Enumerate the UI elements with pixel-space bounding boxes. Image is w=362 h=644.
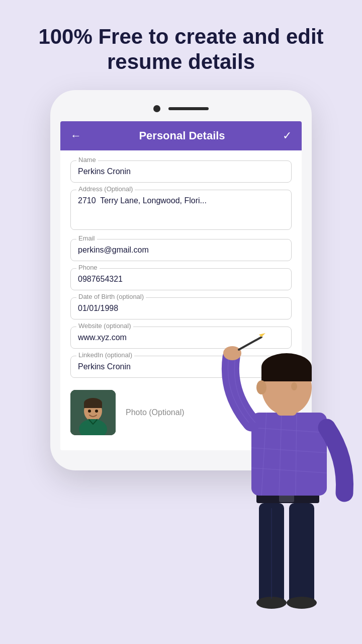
website-input[interactable] — [70, 327, 292, 349]
linkedin-field-container: LinkedIn (optional) — [70, 356, 292, 378]
website-field-container: Website (optional) — [70, 327, 292, 349]
phone-speaker — [168, 107, 209, 110]
linkedin-label: LinkedIn (optional) — [76, 351, 134, 359]
photo-thumbnail[interactable] — [70, 390, 116, 435]
app-header-bar: ← Personal Details ✓ — [60, 121, 302, 150]
address-label: Address (Optional) — [76, 185, 135, 193]
photo-svg — [70, 390, 116, 435]
email-label: Email — [76, 234, 97, 242]
email-input[interactable] — [70, 239, 292, 261]
address-input[interactable]: 2710 Terry Lane, Longwood, Flori... — [70, 190, 292, 230]
svg-point-11 — [256, 597, 287, 609]
phone-top-bar — [60, 105, 302, 112]
check-button[interactable]: ✓ — [283, 129, 292, 142]
email-field-container: Email — [70, 239, 292, 261]
svg-point-7 — [88, 410, 91, 413]
name-label: Name — [76, 156, 98, 164]
form-area: Name Address (Optional) 2710 Terry Lane,… — [60, 150, 302, 450]
phone-field-container: Phone — [70, 268, 292, 290]
phone-mockup: ← Personal Details ✓ Name Address (Optio… — [50, 90, 312, 470]
svg-point-12 — [287, 597, 317, 609]
phone-input[interactable] — [70, 268, 292, 290]
name-field: Name — [70, 160, 292, 183]
svg-rect-10 — [289, 503, 314, 604]
name-input[interactable] — [70, 160, 292, 183]
svg-rect-6 — [84, 403, 102, 408]
linkedin-input[interactable] — [70, 356, 292, 378]
phone-label: Phone — [76, 264, 100, 271]
svg-point-8 — [95, 410, 98, 413]
phone-camera — [153, 105, 160, 112]
dob-field-container: Date of Birth (optional) — [70, 297, 292, 319]
photo-label[interactable]: Photo (Optional) — [126, 408, 185, 417]
header-title: Personal Details — [139, 129, 225, 142]
dob-input[interactable] — [70, 297, 292, 319]
svg-rect-9 — [259, 503, 284, 604]
page-background: 100% Free to create and edit resume deta… — [0, 0, 362, 644]
address-field: Address (Optional) 2710 Terry Lane, Long… — [70, 190, 292, 232]
photo-row: Photo (Optional) — [70, 385, 292, 440]
back-button[interactable]: ← — [70, 129, 81, 142]
dob-label: Date of Birth (optional) — [76, 293, 146, 300]
svg-rect-15 — [279, 492, 294, 502]
svg-rect-14 — [256, 491, 319, 503]
website-label: Website (optional) — [76, 322, 133, 330]
page-title: 100% Free to create and edit resume deta… — [0, 0, 362, 90]
